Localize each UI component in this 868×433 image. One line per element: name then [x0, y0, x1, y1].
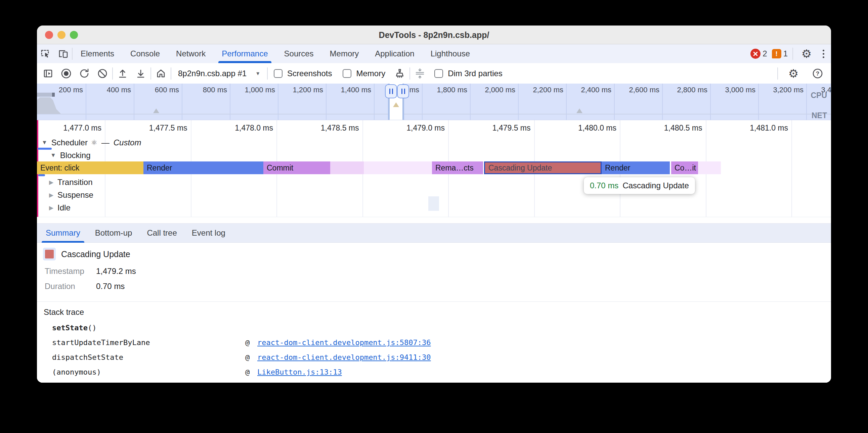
collect-garbage-button[interactable] — [391, 65, 408, 82]
chevron-collapsed-icon[interactable]: ▶ — [49, 204, 54, 211]
inspect-element-button[interactable] — [37, 46, 54, 62]
tab-performance[interactable]: Performance — [214, 44, 276, 63]
home-button[interactable] — [153, 65, 169, 82]
stack-frame: dispatchSetState@react-dom-client.develo… — [52, 353, 431, 362]
track-scheduler-header[interactable]: ▼ Scheduler ⚛ — Custom — [37, 136, 831, 149]
stack-entry-point: setState() — [52, 324, 96, 332]
timeline-overview[interactable]: 200 ms400 ms600 ms800 ms1,000 ms1,200 ms… — [37, 84, 831, 120]
frame-at-symbol: @ — [245, 368, 257, 376]
summary-header: Cascading Update — [43, 248, 130, 261]
net-lane-label: NET — [812, 111, 827, 120]
tab-elements[interactable]: Elements — [72, 44, 122, 63]
track-kind-separator: — — [101, 138, 110, 147]
summary-pane: Cascading Update Timestamp1,479.2 msDura… — [37, 243, 831, 382]
frame-function-name: (anonymous) — [52, 368, 245, 376]
warning-badge[interactable]: ! 1 — [772, 49, 788, 58]
selection-right-handle[interactable] — [397, 84, 409, 98]
flame-chart-row: Event: clickRenderCommitRema…ctsCascadin… — [37, 162, 831, 174]
screenshots-checkbox[interactable]: Screenshots — [269, 69, 337, 78]
error-count: 2 — [763, 49, 767, 58]
details-tab-call-tree[interactable]: Call tree — [140, 223, 184, 243]
capture-settings-gear-button[interactable]: ⚙ — [785, 65, 802, 81]
event-color-swatch — [45, 250, 54, 259]
overview-tick-label: 1,200 ms — [293, 86, 326, 94]
help-button[interactable]: ? — [809, 65, 826, 81]
flame-bar-render[interactable]: Render — [601, 162, 670, 174]
field-value: 1,479.2 ms — [96, 267, 136, 276]
dim-third-parties-label: Dim 3rd parties — [448, 69, 502, 78]
field-value: 0.70 ms — [96, 281, 125, 291]
flame-bar[interactable] — [364, 162, 432, 174]
overview-tick-label: 2,200 ms — [533, 86, 566, 94]
chevron-down-icon: ▼ — [255, 70, 260, 76]
record-and-reload-button[interactable] — [76, 65, 93, 82]
track-row-blocking[interactable]: ▼Blocking — [37, 149, 831, 162]
tab-lighthouse[interactable]: Lighthouse — [423, 44, 478, 63]
load-profile-button[interactable] — [114, 65, 131, 82]
details-tab-summary[interactable]: Summary — [38, 223, 88, 243]
track-row-idle[interactable]: ▶Idle — [37, 201, 831, 214]
window-title: DevTools - 8p2n9n.csb.app/ — [37, 26, 831, 44]
chevron-collapsed-icon[interactable]: ▶ — [49, 179, 54, 186]
flame-bar[interactable] — [330, 162, 364, 174]
overview-cpu-activity — [37, 97, 61, 114]
selection-left-handle[interactable] — [385, 84, 397, 98]
flame-bar-commit[interactable]: Commit — [264, 162, 330, 174]
overview-tick-label: 3,200 ms — [773, 86, 807, 94]
more-options-button[interactable] — [820, 50, 827, 58]
frame-source-link[interactable]: react-dom-client.development.js:5807:36 — [257, 338, 431, 347]
field-label: Timestamp — [45, 267, 96, 276]
flame-bar-rema-cts[interactable]: Rema…cts — [432, 162, 483, 174]
overview-selection-marker — [393, 102, 399, 107]
chevron-expanded-icon[interactable]: ▼ — [42, 139, 48, 146]
overview-tick-label: 800 ms — [203, 86, 230, 94]
save-profile-button[interactable] — [132, 65, 149, 82]
dim-third-parties-checkbox[interactable]: Dim 3rd parties — [430, 69, 507, 78]
overview-marker — [577, 108, 583, 113]
warning-icon: ! — [772, 49, 781, 58]
frame-source-link[interactable]: LikeButton.js:13:13 — [257, 368, 342, 376]
overview-activity-bar — [37, 93, 55, 97]
frame-source-link[interactable]: react-dom-client.development.js:9411:30 — [257, 353, 431, 362]
tab-memory[interactable]: Memory — [322, 44, 367, 63]
screenshot-stage: { "window_title": "DevTools - 8p2n9n.csb… — [0, 0, 868, 433]
toggle-sidebar-button[interactable] — [40, 65, 56, 82]
flame-chart-pane[interactable]: ▼ Scheduler ⚛ — Custom ▼Blocking▶Transit… — [37, 120, 831, 223]
details-tab-bottom-up[interactable]: Bottom-up — [88, 223, 140, 243]
chevron-collapsed-icon[interactable]: ▶ — [49, 192, 54, 199]
chevron-expanded-icon[interactable]: ▼ — [51, 152, 56, 159]
flame-bar-event-click[interactable]: Event: click — [37, 162, 144, 174]
record-button[interactable] — [58, 65, 74, 82]
flame-bar-render[interactable]: Render — [144, 162, 264, 174]
history-dropdown[interactable]: 8p2n9n.csb.app #1 ▼ — [173, 69, 266, 78]
toggle-device-toolbar-button[interactable] — [54, 46, 72, 62]
performance-toolbar: 8p2n9n.csb.app #1 ▼ Screenshots Memory D… — [37, 63, 831, 84]
details-tab-event-log[interactable]: Event log — [184, 223, 233, 243]
overview-tick-label: 2,000 ms — [485, 86, 518, 94]
clear-recording-button[interactable] — [94, 65, 111, 82]
track-row-label: Transition — [57, 177, 92, 187]
entry-function-name: setState — [52, 324, 88, 332]
flame-bar-co-it[interactable]: Co…it — [671, 162, 698, 174]
error-icon — [750, 49, 761, 59]
track-row-suspense[interactable]: ▶Suspense — [37, 189, 831, 201]
tab-network[interactable]: Network — [168, 44, 214, 63]
settings-gear-button[interactable]: ⚙ — [798, 46, 815, 62]
detail-tick-label: 1,479.0 ms — [406, 124, 448, 133]
memory-checkbox[interactable]: Memory — [338, 69, 390, 78]
tab-sources[interactable]: Sources — [276, 44, 322, 63]
tab-application[interactable]: Application — [367, 44, 422, 63]
main-tabs: ElementsConsoleNetworkPerformanceSources… — [72, 44, 478, 63]
flame-bar-cascading-update[interactable]: Cascading Update — [484, 162, 601, 174]
flame-bar[interactable] — [698, 162, 721, 174]
overview-tick-label: 400 ms — [107, 86, 134, 94]
checkbox-box — [274, 69, 282, 78]
detail-tick-label: 1,478.0 ms — [235, 124, 276, 133]
tab-console[interactable]: Console — [122, 44, 168, 63]
track-row-transition[interactable]: ▶Transition — [37, 176, 831, 189]
summary-separator — [37, 301, 831, 302]
error-badge[interactable]: 2 — [750, 49, 767, 59]
tabbar-right-separator — [793, 48, 793, 60]
summary-field-duration: Duration0.70 ms — [45, 281, 125, 291]
shortcuts-dialog-button[interactable] — [411, 65, 428, 82]
